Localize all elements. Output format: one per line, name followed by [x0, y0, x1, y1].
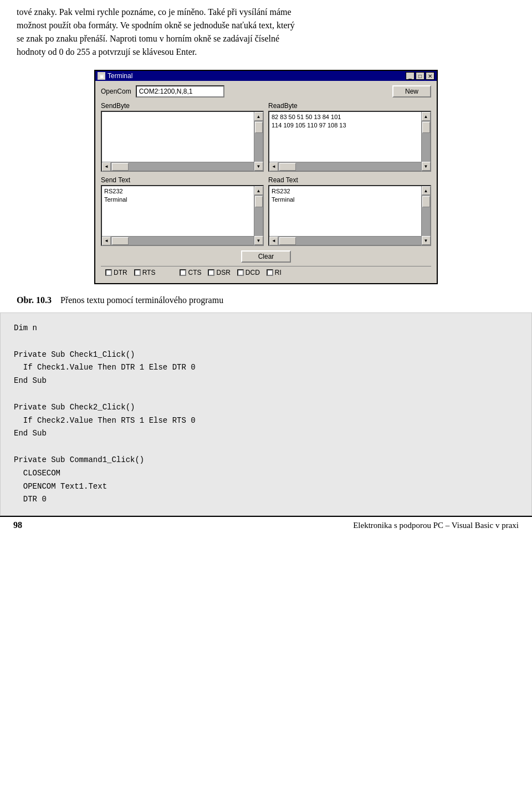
st-vscrollbar[interactable]: ▲ ▼ — [254, 186, 263, 236]
code-line-3: If Check1.Value Then DTR 1 Else DTR 0 — [14, 361, 518, 375]
code-spacer-2 — [14, 388, 518, 401]
title-bar: ▣ Terminal _ □ ✕ — [95, 71, 437, 81]
rt-scroll-thumb[interactable] — [422, 196, 430, 207]
send-byte-content — [102, 112, 263, 162]
rt-hscrollbar[interactable]: ◄ ► — [269, 236, 430, 245]
rb-hscroll-left-btn[interactable]: ◄ — [269, 162, 278, 171]
send-text-section: Send Text RS232 Terminal ▲ — [101, 176, 264, 246]
st-scroll-track — [254, 195, 263, 236]
clear-button[interactable]: Clear — [241, 250, 291, 263]
code-line-6: If Check2.Value Then RTS 1 Else RTS 0 — [14, 414, 518, 428]
read-byte-panel[interactable]: 82 83 50 51 50 13 84 101 114 109 105 110… — [268, 111, 431, 172]
ri-label: RI — [275, 269, 282, 276]
read-text-label: Read Text — [268, 176, 431, 184]
st-scroll-thumb[interactable] — [255, 196, 263, 207]
read-text-content: RS232 Terminal — [269, 186, 430, 236]
terminal-container: ▣ Terminal _ □ ✕ OpenCom New SendByte — [0, 64, 532, 293]
code-line-1: Dim n — [14, 322, 518, 335]
maximize-button[interactable]: □ — [416, 72, 424, 80]
text-panels-row: Send Text RS232 Terminal ▲ — [101, 176, 431, 246]
rb-hscroll-track — [278, 162, 421, 171]
read-byte-label: ReadByte — [268, 102, 431, 110]
code-line-2: Private Sub Check1_Click() — [14, 348, 518, 362]
read-byte-line2: 114 109 105 110 97 108 13 — [272, 121, 428, 130]
send-text-line1: RS232 — [104, 187, 260, 196]
read-text-panel[interactable]: RS232 Terminal ▲ ▼ — [268, 185, 431, 246]
dsr-checkbox-item: DSR — [208, 269, 230, 276]
opencom-label: OpenCom — [101, 88, 131, 95]
dcd-checkbox-item: DCD — [237, 269, 260, 276]
dtr-checkbox[interactable] — [105, 269, 112, 276]
rb-scroll-thumb[interactable] — [422, 122, 430, 133]
send-byte-panel[interactable]: ▲ ▼ ◄ ► — [101, 111, 264, 172]
minimize-button[interactable]: _ — [406, 72, 415, 80]
st-hscroll-thumb[interactable] — [112, 237, 129, 245]
code-spacer-1 — [14, 335, 518, 348]
scroll-track — [254, 121, 263, 162]
st-hscrollbar[interactable]: ◄ ► — [102, 236, 263, 245]
st-hscroll-track — [111, 237, 254, 245]
cts-checkbox[interactable] — [180, 269, 186, 276]
window-title: Terminal — [108, 72, 132, 80]
ri-checkbox-item: RI — [267, 269, 282, 276]
scroll-thumb[interactable] — [255, 122, 263, 133]
rb-hscroll-thumb[interactable] — [279, 163, 296, 171]
close-button[interactable]: ✕ — [426, 72, 434, 80]
ri-checkbox[interactable] — [267, 269, 273, 276]
read-byte-vscrollbar[interactable]: ▲ ▼ — [421, 112, 430, 162]
dtr-label: DTR — [114, 269, 127, 276]
read-byte-section: ReadByte 82 83 50 51 50 13 84 101 114 10… — [268, 102, 431, 172]
rb-scroll-up-btn[interactable]: ▲ — [422, 112, 431, 121]
checkbox-row: DTR RTS CTS DSR DCD — [101, 266, 431, 279]
rt-vscrollbar[interactable]: ▲ ▼ — [421, 186, 430, 236]
st-scroll-up-btn[interactable]: ▲ — [254, 186, 263, 195]
title-controls: _ □ ✕ — [406, 72, 434, 80]
dcd-checkbox[interactable] — [237, 269, 244, 276]
footer-page-number: 98 — [13, 520, 22, 530]
send-byte-hscrollbar[interactable]: ◄ ► — [102, 162, 263, 171]
terminal-window: ▣ Terminal _ □ ✕ OpenCom New SendByte — [94, 70, 438, 284]
dcd-label: DCD — [245, 269, 260, 276]
caption-row: Obr. 10.3 Přenos textu pomocí terminálov… — [0, 293, 532, 308]
read-text-line2: Terminal — [272, 196, 428, 204]
clear-row: Clear — [101, 250, 431, 263]
code-line-7: End Sub — [14, 427, 518, 440]
read-byte-content: 82 83 50 51 50 13 84 101 114 109 105 110… — [269, 112, 430, 162]
rt-hscroll-thumb[interactable] — [279, 237, 296, 245]
read-byte-line1: 82 83 50 51 50 13 84 101 — [272, 113, 428, 121]
hscroll-left-btn[interactable]: ◄ — [102, 162, 111, 171]
opencom-input[interactable] — [136, 85, 224, 98]
hscroll-track — [111, 162, 254, 171]
code-line-4: End Sub — [14, 375, 518, 388]
st-hscroll-left-btn[interactable]: ◄ — [102, 237, 111, 245]
cts-checkbox-item: CTS — [180, 269, 201, 276]
byte-panels-row: SendByte ▲ ▼ — [101, 102, 431, 172]
read-text-line1: RS232 — [272, 187, 428, 196]
title-bar-left: ▣ Terminal — [98, 72, 132, 80]
rt-scroll-up-btn[interactable]: ▲ — [422, 186, 431, 195]
send-text-panel[interactable]: RS232 Terminal ▲ ▼ — [101, 185, 264, 246]
cts-label: CTS — [188, 269, 201, 276]
new-button[interactable]: New — [392, 85, 431, 98]
send-text-line2: Terminal — [104, 196, 260, 204]
opencom-row: OpenCom New — [101, 85, 431, 98]
code-line-9: CLOSECOM — [14, 467, 518, 480]
rts-label: RTS — [142, 269, 156, 276]
rt-scroll-track — [422, 195, 430, 236]
code-section: Dim n Private Sub Check1_Click() If Chec… — [0, 312, 532, 516]
caption-number: Obr. 10.3 — [17, 295, 52, 305]
scroll-up-btn[interactable]: ▲ — [254, 112, 263, 121]
rt-hscroll-left-btn[interactable]: ◄ — [269, 237, 278, 245]
dsr-label: DSR — [216, 269, 230, 276]
top-text-line3: se znak po znaku přenáší. Naproti tomu v… — [17, 32, 515, 45]
hscroll-thumb[interactable] — [112, 163, 129, 171]
read-byte-hscrollbar[interactable]: ◄ ► — [269, 162, 430, 171]
rts-checkbox[interactable] — [134, 269, 141, 276]
footer-center-text: Elektronika s podporou PC – Visual Basic… — [353, 521, 519, 530]
caption-text: Přenos textu pomocí terminálového progra… — [60, 295, 223, 305]
top-text-block: tové znaky. Pak velmi rychle poznáme, co… — [0, 0, 532, 64]
top-text-line4: hodnoty od 0 do 255 a potvrzují se kláve… — [17, 45, 515, 59]
send-byte-vscrollbar[interactable]: ▲ ▼ — [254, 112, 263, 162]
rts-checkbox-item: RTS — [134, 269, 156, 276]
dsr-checkbox[interactable] — [208, 269, 214, 276]
